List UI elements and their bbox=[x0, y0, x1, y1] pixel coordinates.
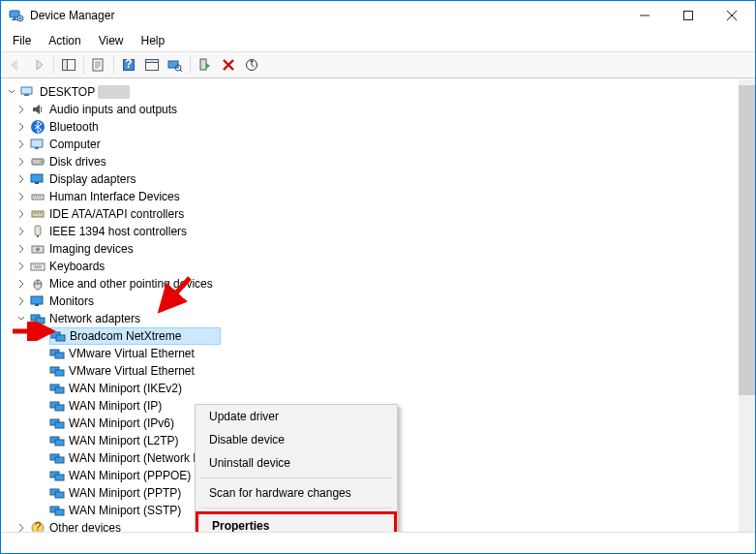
redacted: XXXX bbox=[98, 85, 129, 99]
toolbar-separator bbox=[113, 56, 114, 74]
expand-icon[interactable] bbox=[15, 172, 28, 186]
category-label: Keyboards bbox=[49, 260, 105, 273]
expand-icon[interactable] bbox=[15, 294, 28, 308]
menubar: File Action View Help bbox=[1, 30, 755, 51]
context-menu: Update driver Disable device Uninstall d… bbox=[195, 404, 398, 532]
expand-icon[interactable] bbox=[15, 521, 28, 532]
network-adapter-icon bbox=[49, 363, 65, 379]
category-label: Imaging devices bbox=[49, 242, 134, 256]
vertical-scrollbar[interactable] bbox=[739, 79, 755, 532]
svg-rect-14 bbox=[200, 59, 206, 70]
item-label: VMware Virtual Ethernet bbox=[69, 364, 195, 378]
close-button[interactable] bbox=[710, 2, 753, 29]
toolbar-separator bbox=[53, 56, 54, 74]
action-button[interactable] bbox=[141, 54, 163, 76]
svg-rect-26 bbox=[32, 211, 44, 217]
context-divider bbox=[201, 477, 391, 478]
update-driver-button[interactable] bbox=[241, 54, 262, 76]
svg-rect-40 bbox=[55, 353, 64, 358]
tree-category-monitors[interactable]: Monitors bbox=[11, 292, 739, 310]
scrollbar-thumb[interactable] bbox=[739, 85, 755, 395]
expand-icon[interactable] bbox=[15, 103, 28, 116]
device-manager-window: Device Manager File Action View Help bbox=[0, 0, 756, 554]
network-adapter-icon bbox=[49, 398, 65, 414]
mouse-icon bbox=[30, 276, 45, 292]
svg-rect-23 bbox=[31, 174, 43, 182]
svg-rect-1 bbox=[14, 17, 15, 19]
tree-category-imaging[interactable]: Imaging devices bbox=[11, 240, 739, 258]
annotation-arrow bbox=[146, 273, 195, 322]
forward-button[interactable] bbox=[28, 54, 49, 76]
tree-category-ieee1394[interactable]: IEEE 1394 host controllers bbox=[11, 223, 739, 240]
context-properties[interactable]: Properties bbox=[196, 511, 397, 532]
disk-icon bbox=[30, 154, 45, 169]
expand-icon[interactable] bbox=[15, 260, 28, 273]
expand-icon[interactable] bbox=[15, 242, 28, 256]
tree-category-keyboards[interactable]: Keyboards bbox=[11, 258, 739, 275]
titlebar: Device Manager bbox=[1, 1, 755, 30]
help-button[interactable]: ? bbox=[118, 54, 139, 76]
tree-item-wan-ike[interactable]: WAN Miniport (IKEv2) bbox=[30, 380, 739, 397]
tree-category-audio[interactable]: Audio inputs and outputs bbox=[11, 101, 739, 118]
category-label: IDE ATA/ATAPI controllers bbox=[49, 207, 184, 221]
context-scan-hardware[interactable]: Scan for hardware changes bbox=[196, 481, 397, 505]
monitor-icon bbox=[30, 293, 45, 309]
expand-icon[interactable] bbox=[15, 277, 28, 291]
tree-category-disk[interactable]: Disk drives bbox=[11, 153, 739, 170]
menu-help[interactable]: Help bbox=[134, 32, 173, 49]
context-update-driver[interactable]: Update driver bbox=[196, 405, 397, 428]
menu-view[interactable]: View bbox=[91, 32, 132, 49]
expand-icon[interactable] bbox=[15, 138, 28, 151]
minimize-button[interactable] bbox=[622, 2, 666, 29]
tree-category-ide[interactable]: IDE ATA/ATAPI controllers bbox=[11, 205, 739, 223]
expand-icon[interactable] bbox=[15, 120, 28, 134]
tree-category-network[interactable]: Network adapters bbox=[11, 310, 739, 327]
keyboard-icon bbox=[30, 259, 45, 274]
expand-icon[interactable] bbox=[15, 225, 28, 238]
tree-item-vmware1[interactable]: VMware Virtual Ethernet bbox=[30, 345, 739, 362]
svg-rect-19 bbox=[31, 139, 43, 147]
tree-category-hid[interactable]: Human Interface Devices bbox=[11, 188, 739, 205]
enable-button[interactable] bbox=[195, 54, 216, 76]
menu-file[interactable]: File bbox=[5, 32, 39, 49]
svg-rect-46 bbox=[55, 405, 64, 411]
root-label: DESKTOP bbox=[40, 85, 95, 99]
context-uninstall-device[interactable]: Uninstall device bbox=[196, 451, 397, 475]
context-disable-device[interactable]: Disable device bbox=[196, 428, 397, 451]
svg-rect-24 bbox=[35, 182, 39, 184]
tree-category-display[interactable]: Display adapters bbox=[11, 170, 739, 188]
category-label: Network adapters bbox=[49, 312, 140, 325]
tree-category-computer[interactable]: Computer bbox=[11, 136, 739, 153]
svg-point-30 bbox=[36, 248, 40, 252]
scan-hardware-button[interactable] bbox=[165, 54, 186, 76]
show-hide-tree-button[interactable] bbox=[58, 54, 79, 76]
tree-category-bluetooth[interactable]: Bluetooth bbox=[11, 118, 739, 136]
expand-icon[interactable] bbox=[15, 207, 28, 221]
svg-rect-58 bbox=[55, 509, 64, 515]
menu-action[interactable]: Action bbox=[41, 32, 88, 49]
tree-item-vmware2[interactable]: VMware Virtual Ethernet bbox=[30, 362, 739, 380]
tree-item-broadcom[interactable]: Broadcom NetXtreme bbox=[30, 327, 739, 345]
category-label: Monitors bbox=[49, 294, 94, 308]
imaging-icon bbox=[30, 241, 45, 257]
svg-rect-54 bbox=[55, 475, 64, 480]
tree-category-mice[interactable]: Mice and other pointing devices bbox=[11, 275, 739, 292]
maximize-button[interactable] bbox=[666, 2, 710, 29]
properties-button[interactable] bbox=[88, 54, 109, 76]
expand-icon[interactable] bbox=[15, 155, 28, 169]
collapse-icon[interactable] bbox=[5, 85, 18, 99]
svg-rect-11 bbox=[146, 60, 159, 63]
tree-root[interactable]: DESKTOP XXXX bbox=[1, 83, 739, 101]
svg-rect-42 bbox=[55, 370, 64, 376]
hid-icon bbox=[30, 189, 45, 204]
uninstall-button[interactable] bbox=[218, 54, 239, 76]
network-adapter-icon bbox=[49, 468, 65, 483]
svg-rect-48 bbox=[55, 422, 64, 428]
window-title: Device Manager bbox=[30, 9, 622, 22]
expand-icon[interactable] bbox=[15, 190, 28, 203]
back-button[interactable] bbox=[5, 54, 26, 76]
network-adapter-icon bbox=[49, 381, 65, 396]
computer-icon bbox=[30, 137, 45, 152]
statusbar bbox=[1, 532, 755, 553]
category-label: Computer bbox=[49, 138, 101, 151]
